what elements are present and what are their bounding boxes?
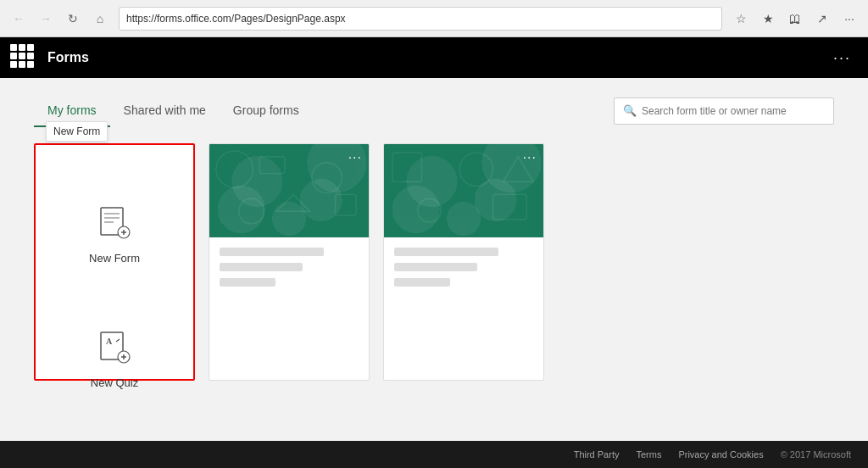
footer-third-party[interactable]: Third Party [574,449,620,460]
footer-privacy[interactable]: Privacy and Cookies [678,449,763,460]
svg-marker-16 [276,194,310,211]
new-quiz-label: New Quiz [91,376,138,389]
form-card-menu-1[interactable]: ··· [348,151,362,164]
main-content: My forms Shared with me Group forms 🔍 Ne… [0,78,868,441]
form-card-body-1 [209,237,369,297]
footer-copyright: © 2017 Microsoft [781,449,851,460]
form-card-menu-2[interactable]: ··· [523,151,537,164]
search-box[interactable]: 🔍 [614,98,834,125]
tab-group-forms[interactable]: Group forms [220,95,313,127]
form-card-date-line-2 [394,278,450,287]
card-pattern-2 [384,144,543,237]
svg-rect-19 [392,153,422,182]
search-icon: 🔍 [623,104,637,117]
svg-point-13 [216,151,253,188]
form-icon-wrap [93,201,136,243]
card-pattern-1 [209,144,369,237]
refresh-button[interactable]: ↻ [61,7,85,31]
form-card-header-2: ··· [384,144,543,237]
svg-text:A: A [106,337,113,346]
create-card-wrapper: New Form New Form [34,143,195,381]
new-quiz-button[interactable]: A New Quiz [49,287,180,411]
read-mode-button[interactable]: 🕮 [783,7,807,31]
address-bar[interactable]: https://forms.office.com/Pages/DesignPag… [119,7,722,31]
url-text: https://forms.office.com/Pages/DesignPag… [126,13,346,25]
form-card-title-line-2 [394,248,498,256]
svg-rect-17 [335,194,356,215]
form-card-header-1: ··· [209,144,369,237]
svg-point-20 [459,153,493,187]
form-card-1[interactable]: ··· [209,143,370,381]
new-form-tooltip: New Form [46,121,108,142]
search-input[interactable] [642,105,825,117]
back-button[interactable]: ← [7,7,31,31]
form-card-2[interactable]: ··· [383,143,544,381]
bookmark-button[interactable]: ☆ [729,7,753,31]
form-card-date-line-1 [220,278,275,287]
svg-rect-22 [418,198,442,222]
svg-point-18 [239,198,264,224]
form-card-title-line-1 [220,248,324,256]
quiz-icon: A [97,329,132,365]
new-form-label: New Form [89,252,140,265]
nav-buttons: ← → ↻ ⌂ [7,7,112,31]
waffle-icon[interactable] [10,44,37,71]
tab-shared-with-me[interactable]: Shared with me [110,95,220,127]
forward-button[interactable]: → [34,7,58,31]
svg-point-15 [312,163,342,193]
more-button[interactable]: ··· [837,7,861,31]
app-header: Forms ··· [0,37,868,78]
tabs-bar: My forms Shared with me Group forms 🔍 [34,95,834,126]
svg-rect-14 [259,157,285,174]
svg-rect-23 [493,194,527,220]
header-more-button[interactable]: ··· [826,46,858,70]
footer: Third Party Terms Privacy and Cookies © … [0,441,868,468]
form-card-sub-line-1 [220,263,303,271]
form-card-sub-line-2 [394,263,477,271]
footer-terms[interactable]: Terms [636,449,661,460]
form-icon [97,204,132,240]
cards-container: New Form New Form [34,143,834,381]
share-button[interactable]: ↗ [810,7,834,31]
browser-actions: ☆ ★ 🕮 ↗ ··· [729,7,861,31]
app-title: Forms [47,50,89,65]
quiz-icon-wrap: A [93,326,136,368]
favorite-button[interactable]: ★ [756,7,780,31]
new-form-button[interactable]: New Form [49,159,180,287]
browser-chrome: ← → ↻ ⌂ https://forms.office.com/Pages/D… [0,0,868,37]
home-button[interactable]: ⌂ [88,7,112,31]
form-card-body-2 [384,237,543,297]
